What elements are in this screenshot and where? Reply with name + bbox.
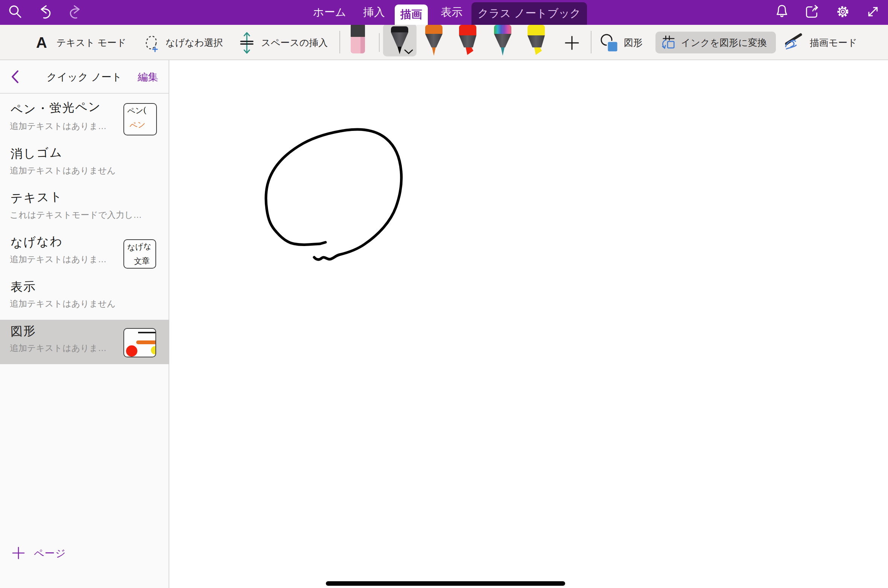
page-thumbnail: ペン( ペン — [123, 103, 157, 135]
redo-icon[interactable] — [68, 3, 84, 20]
ink-to-shape-label: インクを図形に変換 — [681, 36, 767, 49]
sidebar-header: クイック ノート 編集 — [0, 60, 169, 94]
page-row-view[interactable]: 表示 追加テキストはありません — [0, 275, 169, 320]
chevron-down-icon — [404, 49, 414, 55]
tab-home[interactable]: ホーム — [309, 0, 350, 25]
page-title: 図形 — [10, 323, 36, 340]
eraser-tool[interactable] — [351, 24, 365, 53]
onenote-app: ホーム 挿入 描画 表示 クラス ノートブック — [0, 0, 888, 588]
eraser-tip — [351, 37, 365, 53]
insert-space-icon[interactable] — [239, 32, 254, 54]
thumb-orange-line — [136, 340, 156, 344]
lasso-select-button[interactable]: なげなわ選択 — [166, 25, 223, 60]
thumb-red-arc — [126, 345, 137, 357]
thumb-ink-text: なげな — [127, 241, 152, 253]
tab-insert[interactable]: 挿入 — [357, 0, 391, 25]
page-subtitle: 追加テキストはありま… — [10, 120, 106, 132]
thumb-yellow-arc — [151, 346, 156, 354]
orange-pen[interactable] — [425, 25, 442, 56]
tab-draw[interactable]: 描画 — [395, 5, 428, 25]
toolbar-divider — [379, 33, 380, 52]
text-mode-button[interactable]: テキスト モード — [56, 25, 126, 60]
page-subtitle: 追加テキストはありません — [10, 298, 116, 310]
ink-to-shape-icon — [661, 35, 677, 50]
page-thumbnail: なげな 文章 — [123, 239, 156, 269]
share-icon[interactable] — [804, 3, 820, 20]
settings-gear-icon[interactable] — [835, 3, 850, 20]
eraser-body — [351, 24, 365, 37]
note-canvas[interactable] — [169, 60, 888, 588]
thumb-ink-text: 文章 — [134, 255, 150, 267]
ink-to-shape-button[interactable]: インクを図形に変換 — [655, 32, 776, 53]
page-subtitle: これはテキストモードで入力し… — [10, 209, 142, 221]
page-title: なげなわ — [10, 233, 63, 251]
add-page-label: ページ — [34, 542, 66, 565]
hand-drawn-circle-stroke — [266, 129, 401, 260]
thumb-black-line — [138, 332, 156, 333]
yellow-highlighter[interactable] — [528, 25, 545, 55]
page-subtitle: 追加テキストはありま… — [10, 254, 106, 265]
rainbow-pen[interactable] — [494, 25, 511, 56]
notifications-bell-icon[interactable] — [774, 3, 789, 20]
tab-view[interactable]: 表示 — [436, 0, 467, 25]
toolbar-divider — [591, 31, 591, 53]
page-title: 消しゴム — [10, 144, 63, 163]
shapes-button[interactable]: 図形 — [624, 25, 643, 60]
add-page-button[interactable]: ページ — [0, 542, 169, 565]
top-bar: ホーム 挿入 描画 表示 クラス ノートブック — [0, 0, 888, 25]
search-icon[interactable] — [8, 3, 23, 20]
tab-class-notebook[interactable]: クラス ノートブック — [471, 2, 587, 25]
page-list-sidebar: クイック ノート 編集 ペン・蛍光ペン 追加テキストはありま… ペン( ペン 消… — [0, 60, 169, 588]
undo-icon[interactable] — [37, 3, 52, 20]
page-subtitle: 追加テキストはありま… — [10, 342, 106, 354]
black-pen-selected[interactable] — [383, 24, 417, 56]
page-row-pen-highlighter[interactable]: ペン・蛍光ペン 追加テキストはありま… ペン( ペン — [0, 98, 169, 142]
thumb-ink-text-orange: ペン — [129, 119, 146, 131]
insert-space-button[interactable]: スペースの挿入 — [261, 25, 328, 60]
page-thumbnail — [123, 328, 156, 357]
page-subtitle: 追加テキストはありません — [10, 165, 116, 176]
page-row-eraser[interactable]: 消しゴム 追加テキストはありません — [0, 142, 169, 187]
page-row-lasso[interactable]: なげなわ 追加テキストはありま… なげな 文章 — [0, 231, 169, 275]
red-highlighter[interactable] — [459, 25, 476, 55]
page-row-shapes-selected[interactable]: 図形 追加テキストはありま… — [0, 320, 169, 364]
draw-toolbar: A テキスト モード なげなわ選択 スペースの挿入 — [0, 25, 888, 60]
page-title: テキスト — [10, 188, 63, 207]
page-row-text[interactable]: テキスト これはテキストモードで入力し… — [0, 187, 169, 231]
page-title: 表示 — [10, 278, 36, 296]
toolbar-divider — [339, 31, 340, 53]
plus-icon — [11, 546, 26, 560]
fullscreen-expand-icon[interactable] — [865, 3, 880, 20]
draw-mode-button[interactable]: 描画モード — [810, 25, 857, 60]
ink-drawing-circle — [169, 60, 888, 588]
home-indicator[interactable] — [326, 581, 565, 586]
thumb-ink-text: ペン( — [127, 105, 146, 116]
shapes-icon[interactable] — [598, 32, 619, 53]
draw-mode-hand-pen-icon[interactable] — [783, 30, 805, 53]
edit-button[interactable]: 編集 — [138, 60, 158, 94]
page-title: ペン・蛍光ペン — [10, 99, 101, 118]
text-mode-icon: A — [36, 25, 47, 60]
lasso-select-icon[interactable] — [144, 35, 160, 53]
add-pen-button[interactable] — [564, 35, 580, 51]
